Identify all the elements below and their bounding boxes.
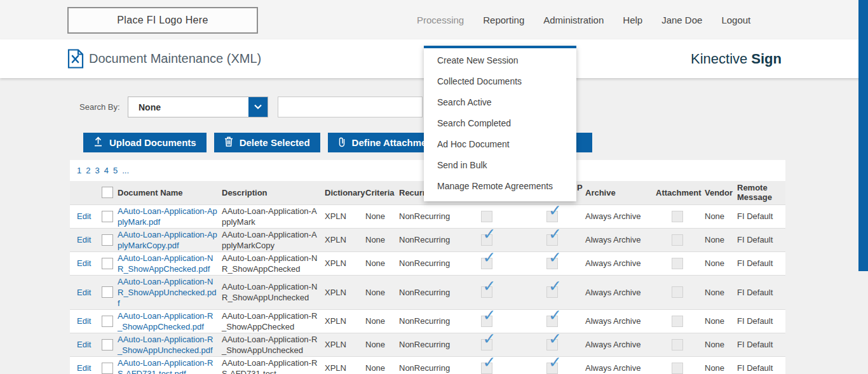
row-select-checkbox[interactable] xyxy=(102,316,113,327)
document-name-link[interactable]: AAuto-Loan-Application-R_ShowAppChecked.… xyxy=(118,311,213,331)
description-cell: AAuto-Loan-Application-ApplyMarkCopy xyxy=(221,228,322,251)
attachment-cell xyxy=(655,333,700,356)
vendor-cell: None xyxy=(700,228,731,251)
attachment-checkbox xyxy=(672,258,683,269)
description-cell: AAuto-Loan-Application-R_ShowAppUnchecke… xyxy=(221,333,322,356)
menu-item-search-completed[interactable]: Search Completed xyxy=(424,112,576,133)
document-name-header: Document Name xyxy=(117,181,221,204)
flag1-checkbox: ✓ xyxy=(481,316,492,327)
menu-item-collected-documents[interactable]: Collected Documents xyxy=(424,70,576,91)
document-name-cell: AAuto-Loan-Application-R_ShowAppChecked.… xyxy=(117,309,221,333)
dictionary-cell: XPLN xyxy=(322,251,362,275)
edit-link[interactable]: Edit xyxy=(77,363,91,373)
attachment-header: Attachment xyxy=(655,181,700,204)
search-input[interactable] xyxy=(278,97,423,117)
flag1-checkbox: ✓ xyxy=(481,363,492,374)
vendor-cell: None xyxy=(700,356,731,374)
attachment-checkbox xyxy=(672,211,683,222)
fi-logo-text: Place FI Logo Here xyxy=(117,15,208,26)
row-select-checkbox[interactable] xyxy=(102,339,113,351)
menu-item-send-in-bulk[interactable]: Send in Bulk xyxy=(424,154,576,175)
hidden-header-fragment: P xyxy=(577,183,583,192)
chevron-down-icon[interactable] xyxy=(248,97,268,117)
row-select-checkbox[interactable] xyxy=(102,234,113,246)
edit-cell: Edit xyxy=(70,251,98,275)
criteria-cell: None xyxy=(362,356,397,374)
edit-link[interactable]: Edit xyxy=(77,235,91,244)
document-name-link[interactable]: AAuto-Loan-Application-NR_ShowAppUncheck… xyxy=(118,277,216,308)
search-by-select[interactable]: None xyxy=(128,97,268,117)
table-row: EditAAuto-Loan-Application-R_ShowAppChec… xyxy=(70,309,785,333)
archive-cell: Always Archive xyxy=(585,228,655,251)
edit-link[interactable]: Edit xyxy=(77,340,91,349)
criteria-header: Criteria xyxy=(362,181,397,204)
edit-link[interactable]: Edit xyxy=(77,258,91,268)
document-name-link[interactable]: AAuto-Loan-Application-R_ShowAppUnchecke… xyxy=(118,335,213,355)
check-icon: ✓ xyxy=(548,203,562,218)
edit-link[interactable]: Edit xyxy=(77,288,91,297)
remote-message-cell: FI Default xyxy=(731,333,785,356)
attachment-cell xyxy=(655,204,700,228)
dictionary-cell: XPLN xyxy=(322,309,362,333)
doc-table-body: EditAAuto-Loan-Application-ApplyMark.pdf… xyxy=(70,204,785,374)
vendor-header: Vendor xyxy=(700,181,731,204)
archive-cell: Always Archive xyxy=(585,275,655,309)
edit-cell: Edit xyxy=(70,309,98,333)
page-link-2[interactable]: 2 xyxy=(86,166,90,175)
edit-column-header xyxy=(70,181,98,204)
edit-cell: Edit xyxy=(70,275,98,309)
nav-item-reporting[interactable]: Reporting xyxy=(483,15,524,25)
row-select-checkbox[interactable] xyxy=(102,258,113,269)
nav-item-administration[interactable]: Administration xyxy=(543,15,604,25)
nav-item-help[interactable]: Help xyxy=(623,15,642,25)
page-link-4[interactable]: 4 xyxy=(104,166,109,175)
nav-item-processing[interactable]: Processing xyxy=(417,15,464,25)
check-icon: ✓ xyxy=(483,226,496,242)
delete-selected-button[interactable]: Delete Selected xyxy=(214,133,320,152)
vertical-scrollbar-thumb[interactable] xyxy=(858,0,868,271)
document-name-link[interactable]: AAuto-Loan-Application-RS-AFD731-test.pd… xyxy=(118,358,213,374)
menu-item-search-active[interactable]: Search Active xyxy=(424,91,576,112)
menu-item-create-new-session[interactable]: Create New Session xyxy=(424,50,576,70)
remote-message-cell: FI Default xyxy=(731,309,785,333)
trash-icon xyxy=(224,137,233,149)
archive-cell: Always Archive xyxy=(585,333,655,356)
upload-documents-button[interactable]: Upload Documents xyxy=(83,133,207,152)
recurring-cell: NonRecurring xyxy=(397,251,453,275)
attachment-checkbox xyxy=(672,339,683,351)
flag1-checkbox: ✓ xyxy=(481,339,492,351)
page-link-5[interactable]: 5 xyxy=(113,166,118,175)
edit-link[interactable]: Edit xyxy=(77,316,91,326)
flag2-checkbox: ✓ xyxy=(546,316,558,327)
page-link-1[interactable]: 1 xyxy=(77,166,81,175)
document-name-link[interactable]: AAuto-Loan-Application-ApplyMark.pdf xyxy=(118,206,217,227)
document-name-link[interactable]: AAuto-Loan-Application-ApplyMarkCopy.pdf xyxy=(118,230,217,250)
edit-cell: Edit xyxy=(70,204,98,228)
topbar: Place FI Logo Here ProcessingReportingAd… xyxy=(0,0,868,40)
criteria-cell: None xyxy=(362,228,397,251)
document-name-cell: AAuto-Loan-Application-NR_ShowAppUncheck… xyxy=(117,275,221,309)
select-all-checkbox[interactable] xyxy=(102,187,113,198)
flag1-checkbox xyxy=(481,211,492,222)
page-link-3[interactable]: 3 xyxy=(95,166,99,175)
page-link-[interactable]: ... xyxy=(122,166,129,175)
edit-link[interactable]: Edit xyxy=(77,211,91,221)
menu-item-ad-hoc-document[interactable]: Ad Hoc Document xyxy=(424,133,576,154)
select-all-column-header xyxy=(98,181,117,204)
select-cell xyxy=(98,275,117,309)
criteria-cell: None xyxy=(362,275,397,309)
recurring-cell: NonRecurring xyxy=(397,275,453,309)
row-select-checkbox[interactable] xyxy=(102,363,113,374)
document-name-link[interactable]: AAuto-Loan-Application-NR_ShowAppChecked… xyxy=(118,253,213,274)
description-cell: AAuto-Loan-Application-NR_ShowAppUncheck… xyxy=(221,275,322,309)
brand-bold: Sign xyxy=(751,51,782,67)
row-select-checkbox[interactable] xyxy=(102,286,113,298)
menu-item-manage-remote-agreements[interactable]: Manage Remote Agreements xyxy=(424,175,576,196)
row-select-checkbox[interactable] xyxy=(102,211,113,222)
check-icon: ✓ xyxy=(548,354,562,370)
dictionary-header: Dictionary xyxy=(322,181,362,204)
nav-item-jane-doe[interactable]: Jane Doe xyxy=(661,15,702,25)
nav-item-logout[interactable]: Logout xyxy=(721,15,750,25)
upload-icon xyxy=(93,137,103,149)
select-cell xyxy=(98,251,117,275)
